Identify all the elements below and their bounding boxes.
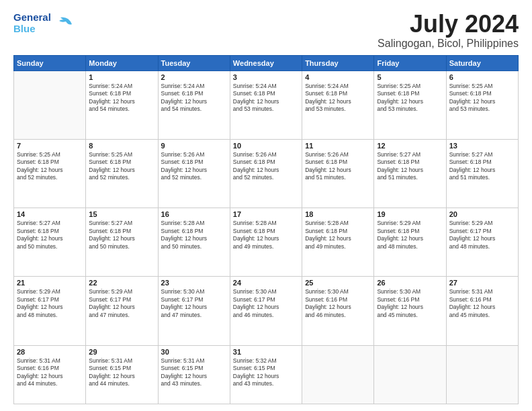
day-number: 13 (449, 142, 515, 150)
day-number: 3 (233, 73, 299, 81)
logo: General Blue (13, 11, 75, 36)
day-info: Sunrise: 5:30 AMSunset: 6:16 PMDaylight:… (305, 288, 371, 319)
day-info: Sunrise: 5:24 AMSunset: 6:18 PMDaylight:… (233, 83, 299, 113)
table-row: 30Sunrise: 5:31 AMSunset: 6:15 PMDayligh… (158, 345, 230, 404)
day-number: 14 (17, 210, 83, 218)
day-number: 6 (449, 73, 515, 81)
day-info: Sunrise: 5:25 AMSunset: 6:18 PMDaylight:… (449, 83, 515, 113)
table-row: 22Sunrise: 5:29 AMSunset: 6:17 PMDayligh… (86, 277, 158, 345)
day-number: 9 (161, 142, 227, 150)
day-number: 30 (161, 348, 227, 356)
day-info: Sunrise: 5:29 AMSunset: 6:17 PMDaylight:… (17, 288, 83, 319)
day-number: 31 (233, 348, 299, 356)
table-row (302, 345, 374, 404)
day-info: Sunrise: 5:30 AMSunset: 6:17 PMDaylight:… (233, 288, 299, 319)
table-row: 24Sunrise: 5:30 AMSunset: 6:17 PMDayligh… (230, 277, 302, 345)
header: General Blue July 2024 Salingogan, Bicol… (13, 11, 519, 50)
day-number: 26 (377, 279, 443, 287)
table-row: 20Sunrise: 5:29 AMSunset: 6:17 PMDayligh… (446, 208, 518, 277)
table-row: 19Sunrise: 5:29 AMSunset: 6:18 PMDayligh… (374, 208, 446, 277)
logo-bird-icon (55, 11, 75, 36)
day-number: 1 (89, 73, 154, 81)
table-row (14, 71, 86, 139)
day-info: Sunrise: 5:27 AMSunset: 6:18 PMDaylight:… (449, 151, 515, 182)
table-row: 1Sunrise: 5:24 AMSunset: 6:18 PMDaylight… (86, 71, 158, 139)
table-row: 3Sunrise: 5:24 AMSunset: 6:18 PMDaylight… (230, 71, 302, 139)
day-number: 4 (305, 73, 371, 81)
title-area: July 2024 Salingogan, Bicol, Philippines (378, 11, 519, 50)
table-row: 11Sunrise: 5:26 AMSunset: 6:18 PMDayligh… (302, 139, 374, 208)
day-info: Sunrise: 5:26 AMSunset: 6:18 PMDaylight:… (305, 151, 371, 182)
table-row: 29Sunrise: 5:31 AMSunset: 6:15 PMDayligh… (86, 345, 158, 404)
table-row: 7Sunrise: 5:25 AMSunset: 6:18 PMDaylight… (14, 139, 86, 208)
table-row: 21Sunrise: 5:29 AMSunset: 6:17 PMDayligh… (14, 277, 86, 345)
day-info: Sunrise: 5:30 AMSunset: 6:17 PMDaylight:… (161, 288, 227, 319)
day-info: Sunrise: 5:31 AMSunset: 6:16 PMDaylight:… (449, 288, 515, 319)
table-row: 14Sunrise: 5:27 AMSunset: 6:18 PMDayligh… (14, 208, 86, 277)
day-number: 27 (449, 279, 515, 287)
col-sunday: Sunday (14, 55, 86, 71)
table-row: 12Sunrise: 5:27 AMSunset: 6:18 PMDayligh… (374, 139, 446, 208)
day-number: 7 (17, 142, 83, 150)
day-info: Sunrise: 5:29 AMSunset: 6:18 PMDaylight:… (377, 220, 443, 250)
day-number: 28 (17, 348, 83, 356)
table-row: 17Sunrise: 5:28 AMSunset: 6:18 PMDayligh… (230, 208, 302, 277)
col-friday: Friday (374, 55, 446, 71)
day-number: 18 (305, 210, 371, 218)
calendar-table: Sunday Monday Tuesday Wednesday Thursday… (13, 55, 519, 404)
calendar-header-row: Sunday Monday Tuesday Wednesday Thursday… (14, 55, 519, 71)
day-number: 29 (89, 348, 154, 356)
day-info: Sunrise: 5:28 AMSunset: 6:18 PMDaylight:… (161, 220, 227, 250)
day-info: Sunrise: 5:25 AMSunset: 6:18 PMDaylight:… (377, 83, 443, 113)
day-number: 2 (161, 73, 227, 81)
day-number: 24 (233, 279, 299, 287)
day-number: 12 (377, 142, 443, 150)
day-info: Sunrise: 5:26 AMSunset: 6:18 PMDaylight:… (233, 151, 299, 182)
day-number: 17 (233, 210, 299, 218)
table-row: 6Sunrise: 5:25 AMSunset: 6:18 PMDaylight… (446, 71, 518, 139)
day-info: Sunrise: 5:25 AMSunset: 6:18 PMDaylight:… (89, 151, 154, 182)
day-number: 8 (89, 142, 154, 150)
logo-general: General (13, 12, 51, 24)
table-row: 15Sunrise: 5:27 AMSunset: 6:18 PMDayligh… (86, 208, 158, 277)
day-info: Sunrise: 5:31 AMSunset: 6:16 PMDaylight:… (17, 357, 83, 388)
day-info: Sunrise: 5:28 AMSunset: 6:18 PMDaylight:… (305, 220, 371, 250)
table-row: 10Sunrise: 5:26 AMSunset: 6:18 PMDayligh… (230, 139, 302, 208)
day-info: Sunrise: 5:28 AMSunset: 6:18 PMDaylight:… (233, 220, 299, 250)
table-row: 26Sunrise: 5:30 AMSunset: 6:16 PMDayligh… (374, 277, 446, 345)
day-info: Sunrise: 5:26 AMSunset: 6:18 PMDaylight:… (161, 151, 227, 182)
table-row: 25Sunrise: 5:30 AMSunset: 6:16 PMDayligh… (302, 277, 374, 345)
page: General Blue July 2024 Salingogan, Bicol… (0, 0, 532, 411)
day-number: 20 (449, 210, 515, 218)
day-number: 16 (161, 210, 227, 218)
day-info: Sunrise: 5:27 AMSunset: 6:18 PMDaylight:… (17, 220, 83, 250)
table-row (446, 345, 518, 404)
day-info: Sunrise: 5:32 AMSunset: 6:15 PMDaylight:… (233, 357, 299, 388)
day-info: Sunrise: 5:29 AMSunset: 6:17 PMDaylight:… (449, 220, 515, 250)
day-info: Sunrise: 5:24 AMSunset: 6:18 PMDaylight:… (161, 83, 227, 113)
table-row: 4Sunrise: 5:24 AMSunset: 6:18 PMDaylight… (302, 71, 374, 139)
day-info: Sunrise: 5:27 AMSunset: 6:18 PMDaylight:… (377, 151, 443, 182)
location-title: Salingogan, Bicol, Philippines (378, 38, 519, 50)
day-number: 22 (89, 279, 154, 287)
table-row: 8Sunrise: 5:25 AMSunset: 6:18 PMDaylight… (86, 139, 158, 208)
col-saturday: Saturday (446, 55, 518, 71)
day-number: 15 (89, 210, 154, 218)
table-row: 31Sunrise: 5:32 AMSunset: 6:15 PMDayligh… (230, 345, 302, 404)
table-row: 23Sunrise: 5:30 AMSunset: 6:17 PMDayligh… (158, 277, 230, 345)
day-info: Sunrise: 5:24 AMSunset: 6:18 PMDaylight:… (305, 83, 371, 113)
col-monday: Monday (86, 55, 158, 71)
month-title: July 2024 (378, 11, 519, 38)
logo-blue: Blue (13, 24, 51, 35)
day-info: Sunrise: 5:24 AMSunset: 6:18 PMDaylight:… (89, 83, 154, 113)
day-number: 5 (377, 73, 443, 81)
day-info: Sunrise: 5:31 AMSunset: 6:15 PMDaylight:… (89, 357, 154, 388)
day-number: 21 (17, 279, 83, 287)
day-number: 11 (305, 142, 371, 150)
table-row: 2Sunrise: 5:24 AMSunset: 6:18 PMDaylight… (158, 71, 230, 139)
day-info: Sunrise: 5:31 AMSunset: 6:15 PMDaylight:… (161, 357, 227, 388)
day-number: 10 (233, 142, 299, 150)
table-row: 28Sunrise: 5:31 AMSunset: 6:16 PMDayligh… (14, 345, 86, 404)
col-tuesday: Tuesday (158, 55, 230, 71)
col-thursday: Thursday (302, 55, 374, 71)
